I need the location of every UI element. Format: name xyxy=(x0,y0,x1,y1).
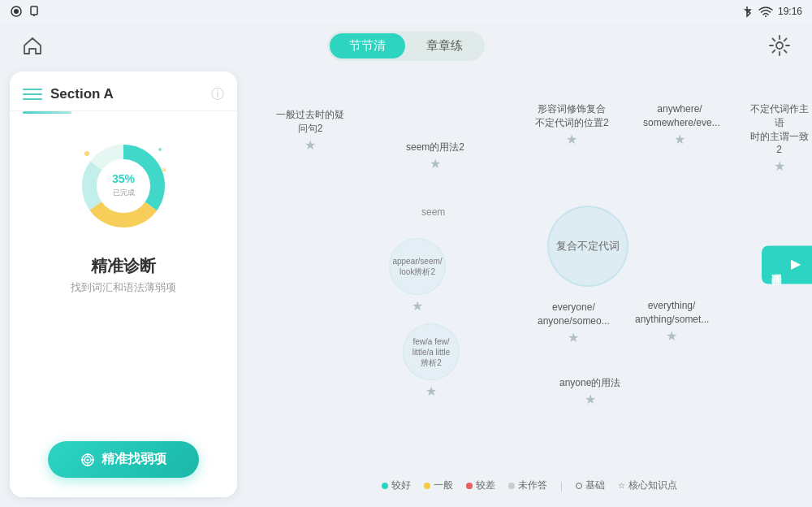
time-display: 19:16 xyxy=(778,6,802,17)
bubble-star-anywhere: ★ xyxy=(643,132,716,147)
bubble-node-anyone-yongfa[interactable]: anyone的用法 ★ xyxy=(559,376,620,407)
bubble-node-fuhe-budingdai[interactable]: 复合不定代词 xyxy=(547,206,628,290)
svg-text:35%: 35% xyxy=(112,172,136,185)
bubble-circle-fuhe-budingdai: 复合不定代词 xyxy=(547,206,628,287)
svg-rect-2 xyxy=(31,6,37,15)
bubble-star-everyone: ★ xyxy=(538,330,610,345)
tab-jiejieqing[interactable]: 节节清 xyxy=(330,33,405,58)
diagnosis-sub: 找到词汇和语法薄弱项 xyxy=(10,280,237,295)
donut-chart: 35% 已完成 xyxy=(71,133,176,239)
bubble-circle-few-little: few/a few/little/a little辨析2 xyxy=(403,323,460,380)
bubble-label-xingrongjian: 形容词修饰复合不定代词的位置2 xyxy=(535,102,609,130)
bubble-label-yiban: 一般过去时的疑问句2 xyxy=(276,108,344,136)
android-icon xyxy=(10,5,23,18)
legend-bar: 较好 一般 较差 未作答 | 基础 ☆ 核心知识点 xyxy=(247,479,812,492)
legend-label-good: 较好 xyxy=(391,479,411,492)
bubble-star-zhushou: ★ xyxy=(746,158,812,174)
legend-unanswered: 未作答 xyxy=(508,479,547,492)
bubble-star-yiban: ★ xyxy=(276,137,344,153)
svg-point-5 xyxy=(776,42,783,49)
legend-divider: | xyxy=(560,480,563,492)
legend-core: ☆ 核心知识点 xyxy=(618,479,677,492)
bubble-node-appear-seem[interactable]: appear/seem/look辨析2 ★ xyxy=(389,238,446,314)
sidebar-header-left: Section A xyxy=(23,84,114,104)
legend-dot-good xyxy=(382,483,388,489)
svg-point-4 xyxy=(765,15,767,17)
svg-point-18 xyxy=(87,458,89,461)
bubble-label-anyone-yongfa: anyone的用法 xyxy=(559,376,620,390)
tab-group: 节节清 章章练 xyxy=(327,31,485,61)
legend-basic: 基础 xyxy=(576,479,605,492)
home-icon xyxy=(21,34,44,57)
bubble-node-seem-yongfa[interactable]: seem的用法2 ★ xyxy=(406,141,464,171)
svg-point-6 xyxy=(84,151,89,156)
legend-circle-basic xyxy=(576,483,582,489)
bubble-label-everyone: everyone/anyone/someo... xyxy=(538,301,610,328)
bubble-node-xingrongjian[interactable]: 形容词修饰复合不定代词的位置2 ★ xyxy=(535,102,609,147)
bubble-node-zhushou[interactable]: 不定代词作主语时的主谓一致 2 ★ xyxy=(746,102,812,174)
legend-dot-average xyxy=(424,483,430,489)
legend-dot-unanswered xyxy=(508,483,515,489)
bubble-star-everything: ★ xyxy=(635,328,708,344)
bubble-label-seem-yongfa: seem的用法2 xyxy=(406,141,464,154)
bubble-node-yiban[interactable]: 一般过去时的疑问句2 ★ xyxy=(276,108,344,153)
legend-dot-poor xyxy=(466,483,473,489)
status-bar: 19:16 xyxy=(0,0,812,23)
status-bar-left xyxy=(10,5,41,18)
home-button[interactable] xyxy=(16,29,49,62)
find-weak-button[interactable]: 精准找弱项 xyxy=(48,441,199,478)
legend-poor: 较差 xyxy=(466,479,495,492)
top-nav: 节节清 章章练 xyxy=(0,23,812,68)
svg-text:已完成: 已完成 xyxy=(113,188,135,197)
status-bar-right: 19:16 xyxy=(741,5,802,18)
bubble-map-area: 一般过去时的疑问句2 ★ seem的用法2 ★ 形容词修饰复合不定代词的位置2 … xyxy=(247,72,812,507)
legend-star-icon: ☆ xyxy=(618,481,625,490)
bubble-label-everything: everything/anything/somet... xyxy=(635,299,708,327)
right-float-button[interactable]: ▶ 同步基础课 xyxy=(762,246,812,284)
tab-zhangjianglian[interactable]: 章章练 xyxy=(407,33,482,58)
bubble-star-seem-yongfa: ★ xyxy=(406,156,464,171)
legend-label-core: 核心知识点 xyxy=(628,479,677,492)
diagnosis-title: 精准诊断 xyxy=(10,255,237,277)
legend-good: 较好 xyxy=(382,479,411,492)
bubble-label-seem-text: seem xyxy=(421,206,445,219)
bubble-star-xingrongjian: ★ xyxy=(535,132,609,147)
menu-icon[interactable] xyxy=(23,84,42,104)
svg-point-7 xyxy=(158,148,162,151)
legend-label-basic: 基础 xyxy=(585,479,605,492)
bubble-star-few-little: ★ xyxy=(403,384,460,399)
bubble-label-anywhere: anywhere/somewhere/eve... xyxy=(643,102,716,130)
target-icon xyxy=(80,453,95,467)
bubble-label-fuhe-budingdai: 复合不定代词 xyxy=(556,239,620,254)
legend-average: 一般 xyxy=(424,479,453,492)
bubble-node-anywhere[interactable]: anywhere/somewhere/eve... ★ xyxy=(643,102,716,147)
legend-label-unanswered: 未作答 xyxy=(518,479,547,492)
bluetooth-icon xyxy=(741,5,754,18)
info-icon[interactable]: ⓘ xyxy=(211,86,224,103)
sidebar-header: Section A ⓘ xyxy=(10,72,237,111)
chart-container: 35% 已完成 xyxy=(10,114,237,249)
bubble-node-few-little[interactable]: few/a few/little/a little辨析2 ★ xyxy=(403,323,460,399)
video-icon: ▶ xyxy=(784,256,806,271)
bubble-star-appear-seem: ★ xyxy=(389,298,446,314)
svg-point-1 xyxy=(14,9,19,14)
sidebar-panel: Section A ⓘ xyxy=(10,72,237,497)
bubble-node-everyone[interactable]: everyone/anyone/someo... ★ xyxy=(538,301,610,345)
main-area: 节节清 章章练 Section A ⓘ xyxy=(0,23,812,507)
wifi-icon xyxy=(758,6,773,17)
bubble-circle-appear-seem: appear/seem/look辨析2 xyxy=(389,238,446,295)
bubble-star-anyone-yongfa: ★ xyxy=(559,392,620,407)
bubble-label-zhushou: 不定代词作主语时的主谓一致 2 xyxy=(746,102,812,157)
sidebar-title: Section A xyxy=(50,86,114,102)
svg-point-8 xyxy=(162,168,166,172)
find-weak-label: 精准找弱项 xyxy=(102,451,166,468)
notification-icon xyxy=(28,5,41,18)
legend-label-poor: 较差 xyxy=(476,479,495,492)
settings-button[interactable] xyxy=(763,29,796,62)
bubble-node-everything[interactable]: everything/anything/somet... ★ xyxy=(635,299,708,344)
donut-svg: 35% 已完成 xyxy=(71,133,176,239)
bubble-node-seem-text: seem xyxy=(421,206,445,219)
svg-point-13 xyxy=(97,160,149,212)
legend-label-average: 一般 xyxy=(434,479,453,492)
settings-icon xyxy=(768,34,791,57)
